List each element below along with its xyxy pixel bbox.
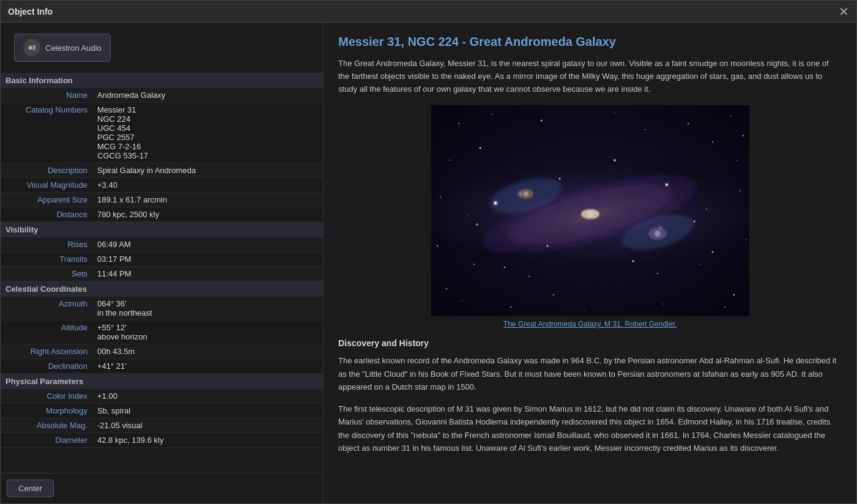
section-celestial: Celestial Coordinates [1,281,323,297]
content-area: Celestron Audio Basic Information Name A… [1,23,856,503]
svg-point-8 [730,116,732,117]
audio-button[interactable]: Celestron Audio [14,34,111,62]
svg-point-28 [706,209,707,210]
center-button[interactable]: Center [7,480,54,497]
svg-point-35 [502,171,678,257]
label-distance: Distance [1,207,92,222]
svg-point-11 [479,147,481,149]
table-row: Color Index +1.00 [1,389,323,404]
table-row: Rises 06:49 AM [1,237,323,252]
svg-point-7 [688,123,689,124]
basic-info-table: Name Andromeda Galaxy Catalog Numbers Me… [1,88,323,222]
svg-point-41 [519,189,533,199]
intro-text: The Great Andromeda Galaxy, Messier 31, … [338,57,842,95]
svg-point-39 [581,209,599,219]
value-rises: 06:49 AM [92,237,323,252]
value-visual-mag: +3.40 [92,178,323,193]
svg-point-3 [458,123,459,124]
svg-point-32 [657,273,658,274]
left-panel: Celestron Audio Basic Information Name A… [1,23,324,503]
label-color-index: Color Index [1,389,92,404]
label-catalog: Catalog Numbers [1,103,92,163]
window-title: Object Info [8,7,53,17]
table-row: Sets 11:44 PM [1,267,323,281]
visibility-table: Rises 06:49 AM Transits 03:17 PM Sets 11… [1,237,323,281]
label-apparent-size: Apparent Size [1,193,92,207]
audio-icon [23,39,40,56]
table-row: Transits 03:17 PM [1,252,323,267]
discovery-title: Discovery and History [338,338,842,348]
value-distance: 780 kpc, 2500 kly [92,207,323,222]
value-dec: +41° 21' [92,359,323,374]
svg-point-46 [492,200,499,206]
table-row: Declination +41° 21' [1,359,323,374]
svg-point-22 [510,306,511,308]
svg-point-49 [614,160,616,162]
svg-point-26 [552,294,554,295]
svg-point-42 [524,191,529,196]
svg-point-53 [632,261,634,262]
table-row: Catalog Numbers Messier 31 NGC 224 UGC 4… [1,103,323,163]
svg-point-16 [436,245,437,246]
galaxy-caption-link[interactable]: The Great Andromeda Galaxy, M 31. Robert… [503,320,677,328]
table-row: Absolute Mag. -21.05 visual [1,418,323,433]
label-diameter: Diameter [1,433,92,448]
label-dec: Declination [1,359,92,374]
svg-point-37 [618,209,697,257]
svg-rect-1 [31,46,32,50]
value-morphology: Sb, spiral [92,404,323,418]
audio-button-label: Celestron Audio [45,43,102,53]
svg-point-19 [733,294,734,295]
svg-point-29 [473,264,475,265]
galaxy-image [431,105,749,316]
section-basic-info: Basic Information [1,73,323,88]
svg-point-40 [587,211,593,217]
table-row: Morphology Sb, spiral [1,404,323,418]
svg-point-13 [736,160,738,161]
svg-point-21 [724,306,725,308]
svg-point-27 [467,215,469,217]
svg-point-55 [558,178,560,180]
svg-point-14 [440,196,441,198]
close-button[interactable]: ✕ [839,6,849,18]
label-ra: Right Ascension [1,344,92,359]
value-catalog: Messier 31 NGC 224 UGC 454 PGC 2557 MCG … [92,103,323,163]
value-color-index: +1.00 [92,389,323,404]
table-row: Distance 780 kpc, 2500 kly [1,207,323,222]
label-altitude: Altitude [1,321,92,344]
table-row: Name Andromeda Galaxy [1,88,323,103]
title-bar: Object Info ✕ [1,1,856,23]
svg-rect-2 [431,105,749,316]
value-sets: 11:44 PM [92,267,323,281]
bottom-button-bar: Center [1,473,323,503]
svg-point-48 [664,182,669,187]
svg-point-9 [742,135,743,136]
table-row: Description Spiral Galaxy in Andromeda [1,163,323,178]
svg-point-44 [655,231,661,237]
label-transits: Transits [1,252,92,267]
svg-marker-0 [29,45,31,50]
value-transits: 03:17 PM [92,252,323,267]
physical-table: Color Index +1.00 Morphology Sb, spiral … [1,389,323,448]
svg-point-54 [503,267,505,269]
svg-point-6 [614,113,615,113]
svg-point-10 [449,160,450,161]
table-row: Azimuth 064° 36' in the northeast [1,297,323,321]
svg-point-5 [540,120,541,121]
svg-point-51 [693,221,695,223]
galaxy-image-container: The Great Andromeda Galaxy, M 31. Robert… [338,105,842,328]
discovery-para2: The first telescopic description of M 31… [338,402,842,455]
value-diameter: 42.8 kpc, 139.6 kly [92,433,323,448]
label-rises: Rises [1,237,92,252]
value-azimuth: 064° 36' in the northeast [92,297,323,321]
table-row: Diameter 42.8 kpc, 139.6 kly [1,433,323,448]
label-name: Name [1,88,92,103]
table-row: Right Ascension 00h 43.5m [1,344,323,359]
value-apparent-size: 189.1 x 61.7 arcmin [92,193,323,207]
table-row: Altitude +55° 12' above horizon [1,321,323,344]
svg-point-18 [446,288,447,289]
value-altitude: +55° 12' above horizon [92,321,323,344]
svg-point-34 [477,159,703,269]
svg-point-50 [546,245,548,247]
right-panel: Messier 31, NGC 224 - Great Andromeda Ga… [324,23,856,503]
